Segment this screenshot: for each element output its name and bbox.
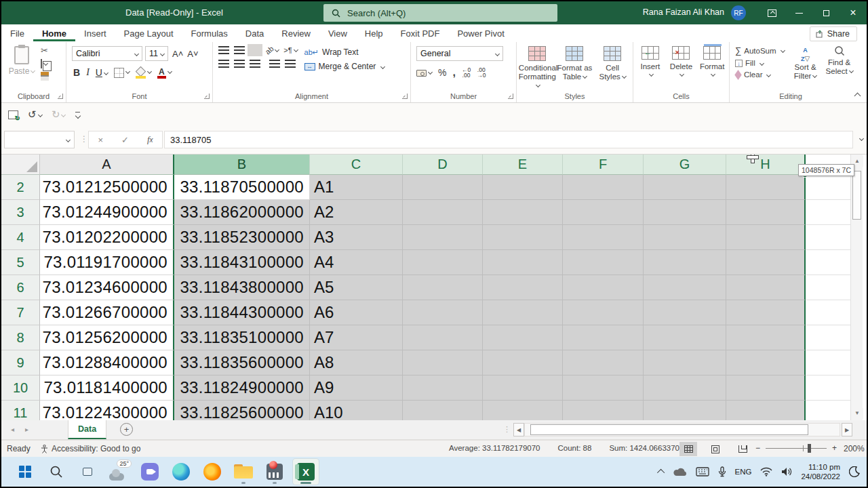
increase-indent-button[interactable] [285,60,296,68]
cell-g6[interactable] [644,275,726,300]
cell-d2[interactable] [403,175,483,200]
cell-b4[interactable]: 33.11852300000 [174,225,310,250]
cell-h6[interactable] [726,275,806,300]
weather-widget[interactable]: 25° [106,459,132,485]
cell-f5[interactable] [563,250,644,275]
font-color-button[interactable]: A [157,68,172,78]
format-painter-button[interactable] [41,72,49,81]
tab-data[interactable]: Data [237,26,273,41]
redo-button[interactable]: ↺ [52,108,66,121]
comma-style-button[interactable]: , [452,69,455,76]
cell-h8[interactable] [726,325,806,350]
tab-home[interactable]: Home [33,26,75,41]
copy-button[interactable] [41,60,47,68]
tab-review[interactable]: Review [273,26,319,41]
cell-e7[interactable] [483,300,563,325]
cell-e10[interactable] [483,375,563,401]
video-app-button[interactable] [262,459,288,485]
cell-e6[interactable] [483,275,563,300]
cell-g9[interactable] [644,350,726,375]
font-size-combo[interactable]: 11 [145,46,168,61]
cell-d9[interactable] [403,350,483,375]
cell-h4[interactable] [726,225,806,250]
cell-d8[interactable] [403,325,483,350]
horizontal-scroll-thumb[interactable] [530,424,808,435]
cell-f4[interactable] [563,225,644,250]
row-header[interactable]: 6 [1,275,40,300]
cell-b2[interactable]: 33.11870500000 [174,175,310,200]
cell-d3[interactable] [403,200,483,225]
cell-e2[interactable] [483,175,563,200]
edge-button[interactable] [168,459,194,485]
cell-e4[interactable] [483,225,563,250]
hidden-icons-chevron[interactable] [656,469,664,476]
cell-c10[interactable]: A9 [310,375,403,401]
volume-icon[interactable] [781,467,792,476]
tab-view[interactable]: View [319,26,356,41]
cell-c3[interactable]: A2 [310,200,403,225]
cell-h3[interactable] [726,200,806,225]
cell-g4[interactable] [644,225,726,250]
cell-h7[interactable] [726,300,806,325]
align-bottom-button[interactable] [250,46,260,54]
cell-f11[interactable] [563,401,644,420]
align-right-button[interactable] [250,60,260,68]
excel-taskbar-button[interactable]: X [293,459,319,485]
cell-a8[interactable]: 73.01256200000 [40,325,174,350]
row-header[interactable]: 8 [1,325,40,350]
cell-c8[interactable]: A7 [310,325,403,350]
increase-decimal-button[interactable]: ←0.00 [462,67,471,78]
page-break-view-button[interactable] [734,442,751,456]
save-refresh-icon[interactable] [8,110,18,119]
microphone-icon[interactable] [718,466,726,477]
expand-formula-bar-button[interactable] [859,136,864,141]
wifi-icon[interactable] [760,467,772,476]
cell-d4[interactable] [403,225,483,250]
cell-a2[interactable]: 73.01212500000 [40,175,174,200]
cell-b7[interactable]: 33.11844300000 [174,300,310,325]
cell-d11[interactable] [403,401,483,420]
cell-c2[interactable]: A1 [310,175,403,200]
column-header-g[interactable]: G [644,155,726,175]
row-header[interactable]: 9 [1,350,40,375]
cell-i9[interactable] [806,350,850,375]
cell-a9[interactable]: 73.01288400000 [40,350,174,375]
vertical-scrollbar[interactable]: ▲ ▼ [850,155,863,420]
formula-input[interactable]: 33.118705 [164,131,853,148]
column-header-c[interactable]: C [310,155,403,175]
restore-button[interactable] [812,1,840,24]
cell-g7[interactable] [644,300,726,325]
cell-f9[interactable] [563,350,644,375]
underline-button[interactable]: U [96,67,108,78]
share-button[interactable]: Share [810,26,857,41]
number-dialog-launcher-icon[interactable] [508,94,513,99]
next-sheet-icon[interactable]: ▸ [25,426,28,433]
undo-button[interactable]: ↺ [28,108,42,121]
search-box[interactable]: Search (Alt+Q) [323,4,557,22]
cell-a7[interactable]: 73.01266700000 [40,300,174,325]
cell-c6[interactable]: A5 [310,275,403,300]
align-center-button[interactable] [234,60,245,68]
cell-b6[interactable]: 33.11843800000 [174,275,310,300]
taskbar-search-button[interactable] [43,459,69,485]
tab-formulas[interactable]: Formulas [182,26,237,41]
cell-i8[interactable] [806,325,850,350]
cell-i6[interactable] [806,275,850,300]
cell-g5[interactable] [644,250,726,275]
cell-c9[interactable]: A8 [310,350,403,375]
zoom-out-button[interactable]: − [755,443,760,453]
cell-f7[interactable] [563,300,644,325]
merge-center-button[interactable]: ↔Merge & Center [304,62,385,71]
cell-b5[interactable]: 33.11843100000 [174,250,310,275]
focus-assist-moon-icon[interactable] [849,466,860,477]
font-name-combo[interactable]: Calibri [72,46,142,61]
minimize-button[interactable] [785,1,812,24]
close-button[interactable]: × [840,1,867,24]
ribbon-display-options-button[interactable] [758,1,785,24]
cell-b10[interactable]: 33.11824900000 [174,375,310,401]
cell-h9[interactable] [726,350,806,375]
prev-sheet-icon[interactable]: ◂ [11,426,14,433]
borders-button[interactable] [114,68,130,78]
number-format-combo[interactable]: General [416,46,503,61]
cell-e3[interactable] [483,200,563,225]
